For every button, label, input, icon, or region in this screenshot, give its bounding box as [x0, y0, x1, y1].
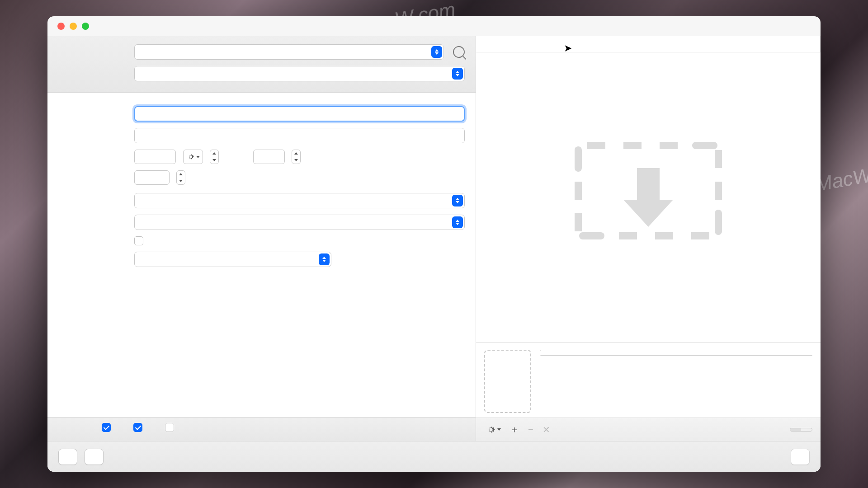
prefix-input[interactable] [134, 106, 465, 122]
chevron-updown-icon [431, 46, 442, 58]
maximize-icon[interactable] [82, 23, 89, 30]
gear-icon[interactable] [183, 150, 203, 164]
padding-stepper[interactable] [176, 170, 185, 185]
col-current-name [476, 36, 648, 52]
category-select[interactable] [134, 44, 444, 60]
create-droplet-button[interactable] [85, 449, 104, 465]
minimize-icon[interactable] [70, 23, 77, 30]
seg-manual[interactable] [801, 428, 812, 431]
app-window: ➤ [47, 16, 821, 472]
action-select[interactable] [134, 66, 465, 81]
chevron-updown-icon [452, 68, 463, 80]
seg-auto[interactable] [790, 428, 801, 431]
separate-checkbox[interactable] [134, 236, 143, 245]
chevron-updown-icon [319, 253, 330, 265]
change-select[interactable] [134, 252, 331, 267]
drop-area[interactable] [476, 52, 821, 342]
remove-icon[interactable]: − [528, 424, 533, 435]
add-icon[interactable]: ＋ [510, 423, 519, 436]
col-change-to [648, 36, 821, 52]
dropzone-icon [569, 136, 727, 245]
step-stepper[interactable] [292, 150, 301, 164]
sort-first-select[interactable] [134, 193, 465, 208]
files-checkbox[interactable] [102, 423, 111, 432]
step-input[interactable] [253, 150, 285, 164]
gear-menu-icon[interactable] [486, 425, 501, 435]
chevron-updown-icon [452, 216, 463, 228]
subfolders-checkbox[interactable] [165, 423, 174, 432]
show-advanced-button[interactable] [58, 449, 77, 465]
perform-renames-button[interactable] [791, 449, 810, 465]
metadata-tabs [540, 350, 541, 351]
close-icon[interactable] [57, 23, 65, 30]
padding-input[interactable] [134, 170, 170, 185]
preview-table-header [476, 36, 821, 52]
thumbnail-placeholder [484, 350, 531, 413]
title-bar [47, 16, 821, 36]
suffix-input[interactable] [134, 128, 465, 143]
then-select[interactable] [134, 215, 465, 230]
chevron-updown-icon [452, 195, 463, 206]
start-stepper[interactable] [210, 150, 219, 164]
folders-checkbox[interactable] [133, 423, 142, 432]
svg-rect-0 [637, 168, 660, 200]
metadata-table [540, 355, 812, 356]
mode-segment[interactable] [790, 428, 812, 432]
start-input[interactable] [134, 150, 176, 164]
clear-icon[interactable]: ✕ [542, 424, 550, 435]
search-icon[interactable] [453, 46, 465, 58]
